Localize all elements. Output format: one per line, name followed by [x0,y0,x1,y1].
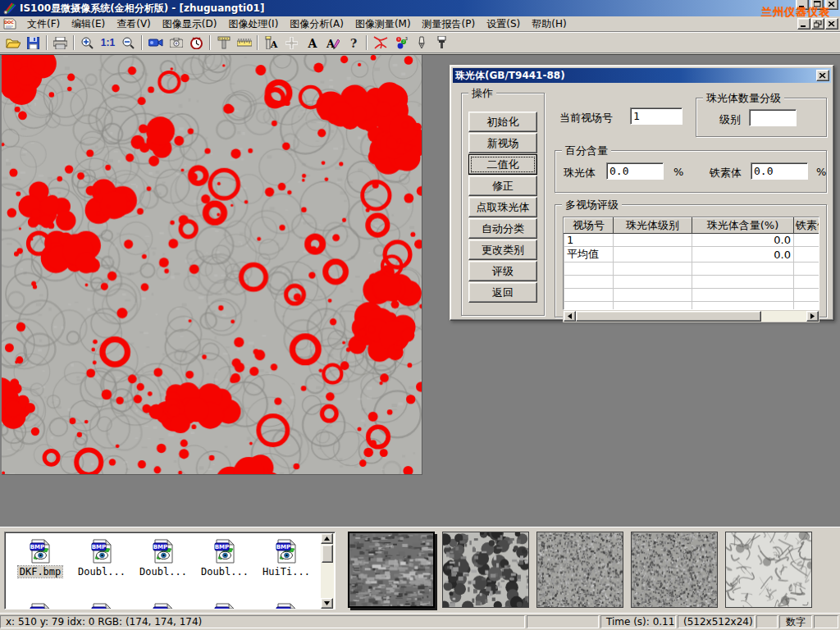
ferrite-unit: % [816,166,826,178]
move-cross-icon[interactable] [281,34,302,52]
menu-view[interactable]: 查看(V) [111,16,157,33]
thumbnail-2[interactable] [442,532,529,608]
initialize-button[interactable]: 初始化 [468,112,537,132]
measure-text-icon[interactable]: A [261,34,281,52]
file-item[interactable] [11,601,70,609]
auto-classify-button[interactable]: 自动分类 [468,218,537,239]
thumbnail-4[interactable] [631,532,718,608]
help-icon[interactable]: ? [343,34,363,52]
menu-image-analysis[interactable]: 图像分析(A) [284,16,349,33]
capture-camera-icon[interactable] [166,34,186,52]
menu-image-display[interactable]: 图像显示(D) [157,16,223,33]
correct-button[interactable]: 修正 [468,176,537,196]
toolbar-separator [366,35,368,50]
mdi-minimize-button[interactable] [797,18,810,30]
dialog-close-icon[interactable] [816,70,829,81]
scroll-left-icon[interactable] [564,311,576,322]
file-item[interactable] [134,601,193,609]
file-item[interactable] [195,601,254,609]
brush-icon[interactable] [431,34,452,52]
pick-pearlite-button[interactable]: 点取珠光体 [468,197,537,217]
file-item[interactable]: DKF.bmp [11,537,70,578]
rating-grid[interactable]: 视场号 珠光体级别 珠光体含量(%) 铁素体含量(%) 1 0.0 [563,217,819,310]
scroll-down-icon[interactable] [321,598,333,609]
current-field-input[interactable] [630,107,682,125]
menu-image-processing[interactable]: 图像处理(I) [222,16,284,33]
pearlite-dialog: 珠光体(GB/T9441-88) 操作 初始化 新视场 二值化 修正 点取珠光体… [450,65,834,321]
menu-measure-report[interactable]: 测量报告(P) [417,16,482,33]
mode-indicator: 数字 [779,615,812,628]
actual-size-icon[interactable]: 1:1 [98,34,118,52]
thumbnail-1[interactable] [348,532,435,608]
scrollbar-thumb[interactable] [576,311,761,322]
file-item[interactable]: Doubl... [134,537,193,578]
file-name[interactable]: Doubl... [76,566,127,578]
menu-help[interactable]: 帮助(H) [526,16,572,33]
thumbnail-3[interactable] [536,532,623,608]
file-item[interactable] [257,601,316,609]
mdi-close-button[interactable] [825,18,838,30]
rate-button[interactable]: 评级 [468,261,537,281]
file-name[interactable]: HuiTi... [261,566,312,578]
scroll-up-icon[interactable] [321,533,333,544]
toolbar-separator [46,35,48,50]
print-icon[interactable] [50,34,71,52]
app-logo-icon [3,2,16,15]
file-name[interactable]: Doubl... [199,566,250,578]
save-icon[interactable] [23,34,43,52]
menu-edit[interactable]: 编辑(E) [66,16,111,33]
file-name[interactable]: DKF.bmp [18,566,63,578]
scrollbar-thumb[interactable] [322,545,333,563]
image-dimensions-readout: (512x512x24) [678,615,755,628]
classify-points-icon[interactable]: 123 [390,34,411,52]
zoom-in-icon[interactable] [77,34,98,52]
file-item[interactable]: Doubl... [72,537,131,578]
pen-icon[interactable] [411,34,431,52]
file-name[interactable]: Doubl... [138,566,189,578]
mdi-restore-button[interactable] [811,18,824,30]
annotate-icon[interactable]: A [322,34,343,52]
ferrite-value-input[interactable] [751,162,808,180]
spline-curve-icon[interactable] [370,34,390,52]
svg-text:DOC: DOC [4,20,14,25]
grid-horizontal-scrollbar[interactable] [563,310,819,322]
ruler-icon[interactable] [234,34,254,52]
minimize-button[interactable] [796,0,809,10]
menu-image-measure[interactable]: 图像测量(M) [349,16,417,33]
maximize-button[interactable] [810,0,824,10]
timer-clock-icon[interactable] [186,34,207,52]
new-field-button[interactable]: 新视场 [468,133,537,153]
return-button[interactable]: 返回 [468,282,537,303]
close-button[interactable] [825,0,838,10]
file-list-scrollbar[interactable] [321,533,334,609]
file-item[interactable]: HuiTi... [257,537,316,578]
document-system-menu-icon[interactable]: DOC [3,17,17,30]
open-folder-icon[interactable] [2,34,23,52]
table-row[interactable]: 平均值 0.0 [564,247,820,262]
change-class-button[interactable]: 更改类别 [468,240,537,260]
svg-text:3: 3 [405,36,408,41]
table-row[interactable]: 1 0.0 [564,234,820,247]
micrograph-image[interactable] [2,55,422,475]
thumbnail-5[interactable] [725,532,812,608]
cell: 平均值 [564,247,614,262]
file-item[interactable] [72,601,131,609]
toolbar-separator [257,35,258,50]
cell: 1 [564,234,614,247]
scroll-right-icon[interactable] [806,311,819,322]
status-panel-empty [814,615,838,628]
menu-settings[interactable]: 设置(S) [481,16,526,33]
file-browser[interactable]: DKF.bmp Doubl... Doubl... Doubl... HuiTi… [4,532,336,609]
text-icon[interactable]: A [302,34,322,52]
file-item[interactable]: Doubl... [195,537,254,578]
bmp-file-icon [28,537,52,565]
pearlite-value-input[interactable] [606,162,664,180]
menu-file[interactable]: 文件(F) [21,16,66,33]
level-input[interactable] [749,109,797,126]
dialog-title-bar[interactable]: 珠光体(GB/T9441-88) [453,68,831,83]
video-camera-icon[interactable] [145,34,166,52]
zoom-out-icon[interactable] [118,34,139,52]
binarize-button[interactable]: 二值化 [468,154,537,175]
height-gauge-icon[interactable] [213,34,234,52]
cell [794,234,820,247]
